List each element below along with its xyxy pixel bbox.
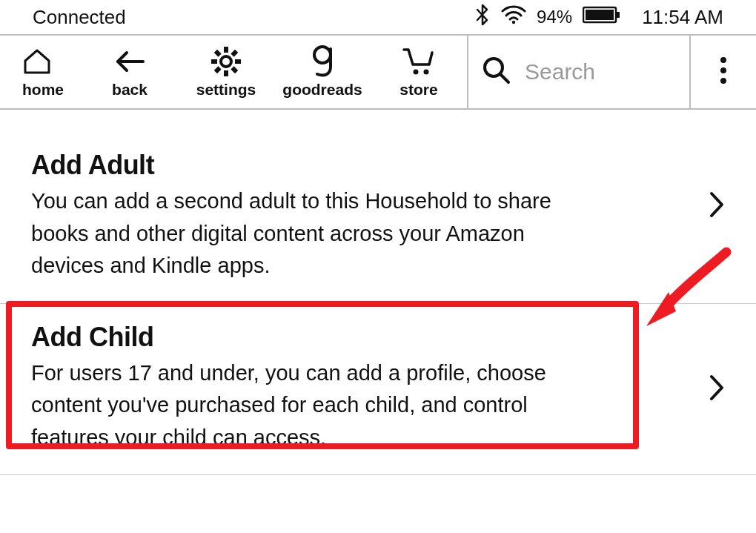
search-input[interactable] <box>525 59 676 85</box>
svg-point-14 <box>414 70 419 75</box>
settings-button[interactable]: settings <box>178 36 274 108</box>
goodreads-icon <box>310 44 335 79</box>
svg-point-0 <box>512 20 515 23</box>
svg-point-15 <box>424 70 429 75</box>
goodreads-button[interactable]: goodreads <box>274 36 371 108</box>
more-vertical-icon <box>719 56 728 88</box>
clock-time: 11:54 AM <box>642 6 723 29</box>
row-description: You can add a second adult to this House… <box>31 185 565 282</box>
status-bar: Connected 94% 11:54 AM <box>0 0 756 36</box>
search-box[interactable] <box>467 36 689 108</box>
battery-icon <box>583 5 621 30</box>
svg-point-17 <box>720 57 726 63</box>
connection-status: Connected <box>33 6 474 29</box>
svg-point-4 <box>221 56 231 67</box>
home-label: home <box>22 81 64 99</box>
bluetooth-icon <box>474 3 491 32</box>
settings-label: settings <box>196 81 256 99</box>
store-label: store <box>399 81 437 99</box>
svg-rect-12 <box>231 66 238 73</box>
svg-rect-6 <box>224 70 228 76</box>
row-description: For users 17 and under, you can add a pr… <box>31 357 565 454</box>
wifi-icon <box>501 5 526 30</box>
status-icons: 94% 11:54 AM <box>474 3 723 32</box>
back-arrow-icon <box>113 44 146 79</box>
add-adult-row[interactable]: Add Adult You can add a second adult to … <box>0 110 756 304</box>
svg-point-13 <box>314 47 331 63</box>
store-button[interactable]: store <box>371 36 467 108</box>
search-icon <box>482 56 511 88</box>
settings-list: Add Adult You can add a second adult to … <box>0 110 756 475</box>
svg-point-18 <box>720 67 726 73</box>
back-button[interactable]: back <box>82 36 178 108</box>
more-button[interactable] <box>689 36 756 108</box>
row-title: Add Adult <box>31 150 682 181</box>
svg-rect-11 <box>214 50 222 57</box>
cart-icon <box>402 44 435 79</box>
svg-rect-8 <box>235 59 241 64</box>
home-icon <box>22 44 52 79</box>
chevron-right-icon <box>709 374 725 405</box>
goodreads-label: goodreads <box>282 81 362 99</box>
svg-rect-5 <box>224 47 228 53</box>
svg-rect-7 <box>211 59 217 64</box>
svg-point-19 <box>720 78 726 84</box>
svg-rect-3 <box>586 10 614 20</box>
gear-icon <box>211 44 241 79</box>
svg-rect-10 <box>214 66 222 73</box>
battery-percent: 94% <box>537 7 572 27</box>
row-title: Add Child <box>31 322 682 353</box>
svg-rect-9 <box>231 50 238 57</box>
toolbar: home back <box>0 36 756 110</box>
svg-rect-2 <box>616 12 620 18</box>
svg-point-16 <box>485 59 503 76</box>
back-label: back <box>112 81 147 99</box>
chevron-right-icon <box>709 191 725 222</box>
add-child-row[interactable]: Add Child For users 17 and under, you ca… <box>0 304 756 476</box>
home-button[interactable]: home <box>0 36 82 108</box>
